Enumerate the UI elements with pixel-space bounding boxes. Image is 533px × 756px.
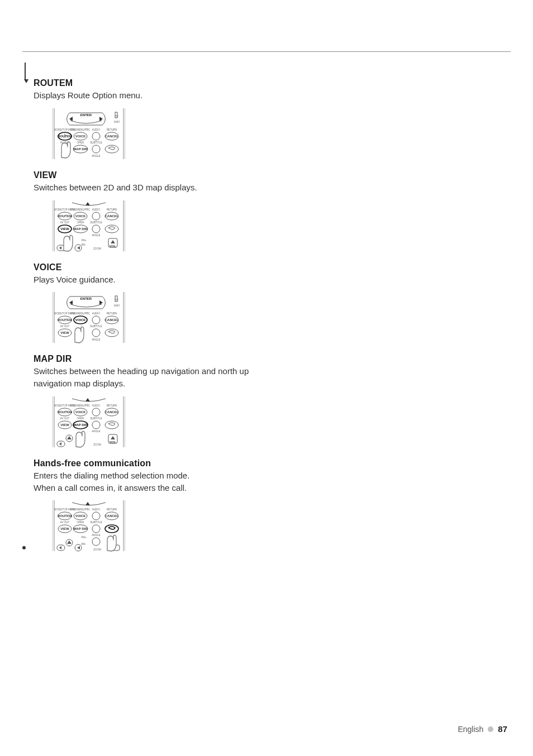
phone-handset-icon bbox=[108, 227, 115, 229]
svg-marker-147 bbox=[67, 540, 72, 544]
svg-text:ZOOM: ZOOM bbox=[93, 247, 101, 250]
svg-text:RETURN: RETURN bbox=[107, 312, 117, 315]
footer-dot-icon bbox=[488, 726, 493, 732]
svg-text:VIEW: VIEW bbox=[60, 527, 69, 530]
svg-text:AUDIO: AUDIO bbox=[92, 208, 101, 211]
svg-point-106 bbox=[92, 421, 100, 429]
svg-text:AV OUT: AV OUT bbox=[60, 417, 70, 420]
svg-text:VIEW: VIEW bbox=[60, 331, 69, 334]
phone-handset-icon bbox=[108, 423, 115, 425]
svg-text:VOICE: VOICE bbox=[75, 410, 86, 413]
section-title-voice: VOICE bbox=[34, 262, 279, 272]
svg-text:SUBTITLE: SUBTITLE bbox=[90, 417, 102, 420]
svg-marker-62 bbox=[69, 300, 73, 305]
svg-marker-56 bbox=[77, 246, 80, 250]
svg-text:SUBTITLE: SUBTITLE bbox=[90, 325, 102, 328]
svg-marker-110 bbox=[111, 436, 115, 439]
svg-marker-116 bbox=[67, 436, 72, 439]
svg-text:ANGLE: ANGLE bbox=[92, 534, 100, 537]
svg-point-107 bbox=[105, 421, 118, 429]
svg-point-74 bbox=[92, 316, 100, 324]
svg-text:FNC/MENU/PBC: FNC/MENU/PBC bbox=[71, 508, 91, 511]
remote-diagram-handsfree: MODE/TOP MENU FNC/MENU/PBC AUDIO RETURN … bbox=[53, 499, 279, 552]
svg-text:FM+: FM+ bbox=[81, 239, 86, 242]
svg-text:FNC/MENU/PBC: FNC/MENU/PBC bbox=[71, 208, 91, 211]
svg-text:FNC/MENU/PBC: FNC/MENU/PBC bbox=[71, 312, 91, 315]
phone-handset-icon bbox=[108, 147, 115, 150]
section-desc-routem: Displays Route Option menu. bbox=[34, 89, 279, 102]
svg-text:RETURN: RETURN bbox=[107, 128, 117, 131]
svg-text:SUBTITLE: SUBTITLE bbox=[90, 221, 102, 224]
svg-text:RETURN: RETURN bbox=[107, 208, 117, 211]
svg-text:AV OUT: AV OUT bbox=[60, 521, 70, 524]
section-desc-view: Switches between 2D and 3D map displays. bbox=[34, 181, 279, 194]
svg-marker-88 bbox=[85, 398, 90, 401]
svg-text:AUDIO: AUDIO bbox=[92, 404, 101, 407]
svg-text:FNC/MENU/PBC: FNC/MENU/PBC bbox=[71, 404, 91, 407]
section-title-routem: ROUTEM bbox=[34, 78, 279, 88]
svg-point-145 bbox=[92, 538, 100, 546]
svg-point-20 bbox=[92, 145, 100, 153]
svg-point-21 bbox=[105, 145, 118, 153]
svg-text:AUDIO: AUDIO bbox=[92, 128, 101, 131]
svg-text:FNC/MENU/PBC: FNC/MENU/PBC bbox=[71, 128, 91, 131]
svg-text:AV OUT: AV OUT bbox=[60, 221, 70, 224]
left-arrow-icon bbox=[69, 117, 73, 121]
pointing-hand-icon bbox=[64, 235, 73, 251]
svg-text:SUBTITLE: SUBTITLE bbox=[90, 141, 102, 144]
remote-diagram-routem: ENTER TV NAVI MODE/TOP MENU FNC/MENU/PBC… bbox=[53, 107, 279, 160]
phone-handset-icon bbox=[108, 527, 115, 529]
svg-text:NAVI: NAVI bbox=[114, 304, 120, 307]
svg-text:ANGLE: ANGLE bbox=[92, 234, 100, 237]
svg-text:ZOOM: ZOOM bbox=[93, 548, 101, 551]
svg-point-35 bbox=[92, 212, 100, 220]
svg-text:OPEN: OPEN bbox=[77, 141, 84, 144]
svg-marker-63 bbox=[99, 300, 103, 305]
svg-text:OPEN: OPEN bbox=[77, 521, 84, 524]
label-tv: TV bbox=[115, 115, 118, 118]
svg-text:VOICE: VOICE bbox=[75, 134, 86, 137]
svg-text:ROUTEM: ROUTEM bbox=[58, 214, 72, 217]
svg-text:ANGLE: ANGLE bbox=[92, 430, 100, 433]
remote-diagram-view: MODE/TOP MENU FNC/MENU/PBC AUDIO RETURN … bbox=[53, 199, 279, 252]
section-desc-voice: Plays Voice guidance. bbox=[34, 274, 279, 286]
svg-text:ROUTEM: ROUTEM bbox=[58, 514, 72, 518]
svg-text:VIEW: VIEW bbox=[60, 423, 69, 426]
section-desc-handsfree: Enters the dialing method selection mode… bbox=[34, 470, 279, 494]
svg-text:VOICE: VOICE bbox=[75, 514, 86, 518]
remote-diagram-voice: ENTER TV NAVI MODE/TOP MENU FNC/MENU/PBC… bbox=[53, 291, 279, 344]
svg-text:MAP DIR: MAP DIR bbox=[73, 227, 88, 230]
svg-point-140 bbox=[92, 525, 100, 533]
highlight-mapdir: MAP DIR bbox=[73, 423, 88, 426]
svg-text:AUDIO: AUDIO bbox=[92, 312, 101, 315]
svg-text:AV OUT: AV OUT bbox=[60, 325, 70, 328]
svg-text:SUBTITLE: SUBTITLE bbox=[90, 521, 102, 524]
svg-text:RETURN: RETURN bbox=[107, 404, 117, 407]
pointing-hand-icon bbox=[75, 327, 84, 343]
svg-text:CANCEL: CANCEL bbox=[105, 318, 119, 322]
label-navi: NAVI bbox=[114, 121, 120, 123]
svg-text:ROUTEM: ROUTEM bbox=[58, 410, 72, 413]
svg-marker-54 bbox=[59, 246, 61, 250]
footer-page-number: 87 bbox=[498, 724, 507, 734]
pointing-hand-icon bbox=[107, 535, 116, 552]
svg-text:RETURN: RETURN bbox=[107, 508, 117, 511]
svg-text:ENTER: ENTER bbox=[80, 297, 92, 300]
svg-text:OPEN: OPEN bbox=[77, 417, 84, 420]
down-arrow-icon bbox=[85, 202, 90, 205]
section-desc-mapdir: Switches between the heading up navigati… bbox=[34, 365, 279, 390]
svg-point-82 bbox=[105, 329, 118, 337]
svg-text:AM−: AM− bbox=[81, 243, 87, 246]
svg-text:AUDIO: AUDIO bbox=[92, 508, 101, 511]
svg-text:ZOOM: ZOOM bbox=[93, 443, 101, 446]
right-arrow-icon bbox=[99, 117, 103, 121]
svg-point-45 bbox=[105, 225, 118, 233]
label-enter: ENTER bbox=[80, 113, 92, 116]
phone-handset-icon bbox=[108, 331, 115, 333]
svg-point-97 bbox=[92, 408, 100, 416]
svg-marker-149 bbox=[59, 546, 61, 549]
svg-marker-151 bbox=[77, 546, 80, 549]
svg-point-130 bbox=[92, 512, 100, 520]
svg-text:AM−: AM− bbox=[81, 543, 87, 546]
svg-text:CANCEL: CANCEL bbox=[105, 214, 119, 217]
